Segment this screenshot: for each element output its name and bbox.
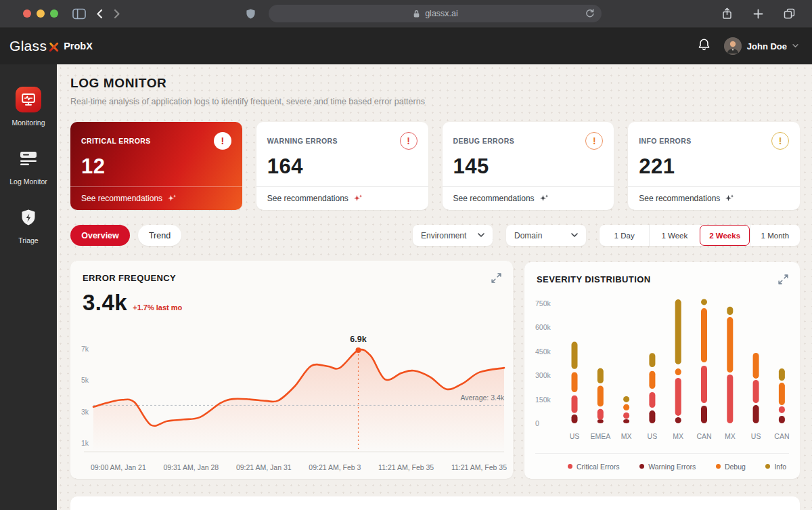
expand-icon[interactable] [491, 272, 502, 284]
legend-label: Debug [725, 463, 746, 471]
url-text: glassx.ai [425, 9, 458, 18]
sparkles-icon [539, 194, 549, 203]
svg-text:Average: 3.4k: Average: 3.4k [460, 394, 504, 402]
range-1-week[interactable]: 1 Week [649, 225, 699, 246]
brand-suffix-text: ProbX [64, 41, 93, 51]
screen: glassx.ai Glass [0, 0, 812, 510]
tab-trend[interactable]: Trend [138, 225, 181, 246]
y-tick-label: 150k [535, 396, 551, 404]
alert-icon: ! [585, 132, 603, 150]
log-monitor-icon [19, 146, 38, 171]
sparkles-icon [353, 194, 363, 203]
svg-text:EMEA: EMEA [590, 432, 610, 440]
legend-dot-icon [716, 464, 721, 469]
legend-dot-icon [568, 464, 572, 469]
browser-chrome: glassx.ai [0, 0, 812, 27]
brand-x-icon [47, 41, 60, 54]
monitoring-icon [16, 87, 41, 112]
share-icon[interactable] [721, 7, 733, 20]
zoom-window-button[interactable] [50, 9, 58, 18]
sidebar-item-label: Triage [18, 236, 38, 245]
user-name: John Doe [747, 41, 787, 51]
legend-label: Info [774, 463, 786, 471]
error-frequency-card: ERROR FREQUENCY 3.4k +1.7% last mo Avera… [70, 261, 513, 479]
brand-text: Glass [9, 38, 47, 54]
main-content: LOG MONITOR Real-time analysis of applic… [57, 64, 812, 510]
address-bar[interactable]: glassx.ai [269, 5, 602, 22]
svg-text:US: US [751, 432, 761, 440]
sparkles-icon [167, 194, 177, 203]
legend-label: Critical Errors [577, 463, 620, 471]
legend-item: Info [765, 463, 786, 471]
y-tick-label: 1k [70, 439, 89, 447]
back-icon[interactable] [95, 9, 104, 19]
sidebar-item-triage[interactable]: Triage [18, 205, 38, 245]
y-tick-label: 450k [535, 347, 551, 356]
legend-dot-icon [765, 464, 770, 469]
expand-icon[interactable] [777, 274, 789, 285]
severity-distribution-card: SEVERITY DISTRIBUTION USEMEAMXUSMXCANMXU… [524, 262, 800, 479]
tab-overview[interactable]: Overview [70, 225, 130, 246]
x-tick-label: 11:21 AM, Feb 35 [451, 463, 507, 471]
tab-overview-icon[interactable] [784, 8, 795, 19]
svg-text:US: US [648, 432, 658, 440]
user-menu[interactable]: John Doe [724, 37, 798, 55]
forward-icon[interactable] [113, 9, 121, 19]
x-tick-label: 09:31 AM, Jan 28 [163, 463, 219, 471]
recommendations-link[interactable]: See recommendations [256, 186, 428, 210]
y-tick-label: 5k [70, 376, 89, 384]
range-1-day[interactable]: 1 Day [600, 225, 649, 246]
y-tick-label: 7k [70, 345, 89, 353]
chart-title: ERROR FREQUENCY [83, 273, 176, 283]
lock-icon [412, 9, 421, 18]
severity-distribution-chart[interactable]: USEMEAMXUSMXCANMXUSCAN [524, 262, 800, 479]
minimize-window-button[interactable] [37, 9, 45, 18]
brand-logo[interactable]: Glass ProbX [9, 38, 93, 54]
side-nav: Monitoring Log Monitor Triage [0, 64, 57, 510]
privacy-shield-icon[interactable] [246, 8, 256, 20]
domain-dropdown[interactable]: Domain [506, 225, 586, 246]
recommendations-link[interactable]: See recommendations [628, 186, 800, 210]
x-tick-label: 09:21 AM, Jan 31 [236, 463, 292, 471]
notifications-bell-icon[interactable] [698, 38, 710, 55]
sidebar-toggle-icon[interactable] [72, 8, 86, 20]
kpi-value: 3.4k [83, 290, 127, 316]
next-section-card [70, 496, 800, 510]
x-tick-label: 11:21 AM, Feb 35 [378, 463, 434, 471]
reload-icon[interactable] [585, 8, 595, 21]
recommendations-link[interactable]: See recommendations [443, 186, 614, 210]
stat-value: 12 [70, 154, 242, 179]
legend-item: Debug [716, 463, 746, 471]
range-1-month[interactable]: 1 Month [750, 225, 800, 246]
window-controls [23, 9, 58, 18]
stat-card-warning[interactable]: WARNING ERRORS ! 164 See recommendations [256, 122, 428, 210]
sidebar-item-log-monitor[interactable]: Log Monitor [9, 146, 47, 186]
new-tab-icon[interactable] [753, 9, 763, 19]
svg-text:MX: MX [621, 432, 632, 440]
kpi-delta: +1.7% last mo [133, 303, 182, 312]
sidebar-item-monitoring[interactable]: Monitoring [12, 87, 45, 127]
x-tick-label: 09:21 AM, Feb 3 [309, 463, 361, 471]
recommendations-label: See recommendations [453, 194, 535, 203]
avatar [724, 37, 742, 55]
stat-card-debug[interactable]: DEBUG ERRORS ! 145 See recommendations [443, 122, 614, 210]
environment-dropdown[interactable]: Environment [413, 225, 493, 246]
svg-text:US: US [570, 432, 580, 440]
stat-card-critical[interactable]: CRITICAL ERRORS ! 12 See recommendations [70, 122, 242, 210]
chevron-down-icon [478, 233, 484, 238]
environment-dropdown-label: Environment [421, 231, 466, 240]
recommendations-link[interactable]: See recommendations [70, 186, 242, 210]
stat-value: 221 [628, 154, 800, 179]
stat-card-info[interactable]: INFO ERRORS ! 221 See recommendations [628, 122, 800, 210]
freq-x-axis-labels: 09:00 AM, Jan 2109:31 AM, Jan 2809:21 AM… [91, 463, 507, 471]
svg-text:MX: MX [725, 432, 736, 440]
close-window-button[interactable] [23, 9, 31, 18]
legend-label: Warning Errors [648, 463, 696, 471]
svg-text:6.9k: 6.9k [350, 335, 366, 344]
stat-title: CRITICAL ERRORS [81, 137, 151, 145]
svg-text:MX: MX [673, 432, 683, 440]
page-title: LOG MONITOR [70, 76, 800, 91]
y-tick-label: 300k [535, 371, 551, 379]
range-2-weeks[interactable]: 2 Weeks [700, 225, 750, 246]
sparkles-icon [725, 194, 734, 203]
